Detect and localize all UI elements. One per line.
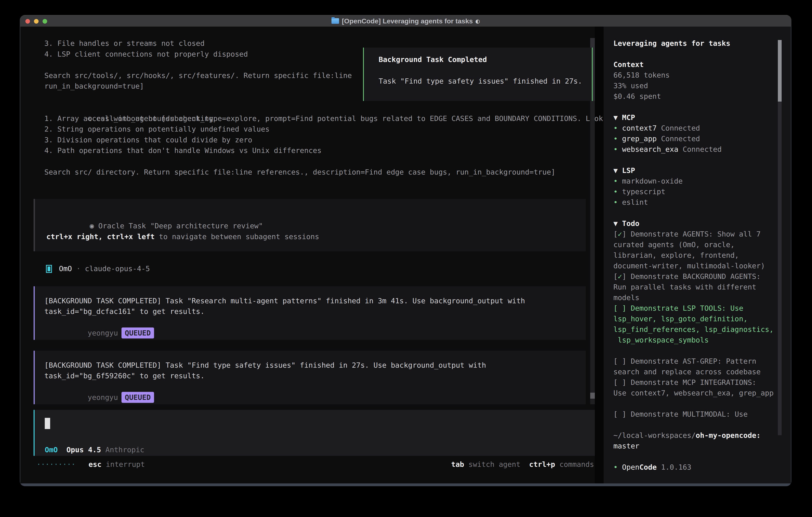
mcp-heading: ▼ MCP xyxy=(613,112,775,123)
zoom-button[interactable] xyxy=(42,19,47,24)
todo-line: [ ] Demonstrate MULTIMODAL: Use xyxy=(613,409,775,419)
task-message-line: task_id="bg_dcfac161" to get results. xyxy=(45,306,205,317)
window-edge xyxy=(791,27,791,483)
subagent-nav-hint: ctrl+x right, ctrl+x left to navigate be… xyxy=(46,231,319,242)
mcp-section: ▼ MCP • context7 Connected• grep_app Con… xyxy=(613,112,775,155)
todo-line: librarian, explore, frontend, xyxy=(613,250,775,261)
todo-line: document-writer, multimodal-looker) xyxy=(613,261,775,271)
target-icon: ◉ xyxy=(90,222,94,230)
scrollback-block: 3. File handles or streams not closed4. … xyxy=(45,38,352,91)
tool-call-line: 2. String operations on potentially unde… xyxy=(45,124,620,135)
task-message-line: [BACKGROUND TASK COMPLETED] Task "Find t… xyxy=(45,360,486,371)
session-sidebar: Leveraging agents for tasks Context 66,5… xyxy=(604,27,791,483)
background-task-message: [BACKGROUND TASK COMPLETED] Task "Find t… xyxy=(34,351,586,404)
context-section: Context 66,518 tokens33% used$0.46 spent xyxy=(613,59,775,102)
prompt-input[interactable]: OmO Opus 4.5 Anthropic xyxy=(34,410,595,456)
context-stat: $0.46 spent xyxy=(613,91,775,102)
scrollback-line: run_in_background=true] xyxy=(45,81,352,91)
mcp-item: • grep_app Connected xyxy=(613,133,775,144)
task-message-line: task_id="bg_6f59260c" to get results. xyxy=(45,371,205,381)
context-stat: 66,518 tokens xyxy=(613,70,775,80)
version-line: • OpenCode 1.0.163 xyxy=(613,462,775,472)
main-scrollbar-thumb[interactable] xyxy=(590,393,595,399)
oracle-task-label: Oracle Task "Deep architecture review" xyxy=(94,222,263,230)
todo-line: search and replace across codebase xyxy=(613,366,775,377)
text-cursor xyxy=(45,418,50,429)
todo-section: ▼ Todo [✓] Demonstrate AGENTS: Show all … xyxy=(613,218,775,419)
git-branch: master xyxy=(613,441,775,451)
scrollback-line: Search src/tools/, src/hooks/, src/featu… xyxy=(45,70,352,81)
todo-line: [✓] Demonstrate BACKGROUND AGENTS: xyxy=(613,271,775,282)
minimize-button[interactable] xyxy=(34,19,38,24)
tool-call-block: ⚙ call_omo_agent [subagent_type=explore,… xyxy=(45,102,620,177)
lsp-section: ▼ LSP • markdown-oxide• typescript• esli… xyxy=(613,165,775,208)
screen: [OpenCode] Leveraging agents for tasks ◐… xyxy=(0,0,812,517)
lsp-heading: ▼ LSP xyxy=(613,165,775,176)
todo-line: lsp_hover, lsp_goto_definition, xyxy=(613,314,775,324)
todo-line: [ ] Demonstrate LSP TOOLS: Use xyxy=(613,303,775,314)
sidebar-scrollbar[interactable] xyxy=(778,40,782,435)
todo-line: [ ] Demonstrate MCP INTEGRATIONS: xyxy=(613,377,775,388)
app-window: [OpenCode] Leveraging agents for tasks ◐… xyxy=(20,15,791,486)
task-user: yeongyu xyxy=(88,393,118,402)
lsp-item: • eslint xyxy=(613,197,775,208)
lsp-item: • typescript xyxy=(613,186,775,197)
oracle-task-box: ◉ Oracle Task "Deep architecture review"… xyxy=(34,199,586,251)
task-user: yeongyu xyxy=(88,329,118,337)
scrollback-line xyxy=(45,59,352,70)
scrollback-line: 3. File handles or streams not closed xyxy=(45,38,352,49)
session-title: Leveraging agents for tasks xyxy=(613,38,775,49)
close-button[interactable] xyxy=(25,19,30,24)
half-circle-icon: ◐ xyxy=(476,17,480,25)
status-badge: QUEUED xyxy=(121,392,154,403)
lsp-item: • markdown-oxide xyxy=(613,176,775,186)
tool-call-line: 3. Division operations that could divide… xyxy=(45,135,620,145)
context-stat: 33% used xyxy=(613,80,775,91)
todo-line: models xyxy=(613,292,775,303)
status-badge: QUEUED xyxy=(121,327,154,339)
todo-line: lsp_workspace_symbols xyxy=(613,335,775,345)
todo-line xyxy=(613,398,775,409)
titlebar: [OpenCode] Leveraging agents for tasks ◐ xyxy=(20,15,791,27)
sidebar-scrollbar-thumb[interactable] xyxy=(778,40,782,102)
mcp-item: • websearch_exa Connected xyxy=(613,144,775,155)
notification-body: Task "Find type safety issues" finished … xyxy=(379,76,582,87)
agent-model-header: OmO · claude-opus-4-5 xyxy=(59,263,150,274)
workspace-section: ~/local-workspaces/oh-my-opencode: maste… xyxy=(613,430,775,451)
terminal-main-pane: 3. File handles or streams not closed4. … xyxy=(20,27,595,483)
tool-call-line: Search src/ directory. Return specific f… xyxy=(45,167,620,178)
todo-line: lsp_find_references, lsp_diagnostics, xyxy=(613,324,775,335)
tool-call-line xyxy=(45,156,620,167)
notification-title: Background Task Completed xyxy=(379,54,487,65)
task-message-line: [BACKGROUND TASK COMPLETED] Task "Resear… xyxy=(45,296,525,306)
context-heading: Context xyxy=(613,59,775,70)
statusbar-right: tab switch agent ctrl+p commands xyxy=(451,459,594,470)
background-task-notification: Background Task Completed Task "Find typ… xyxy=(363,48,592,101)
todo-heading: ▼ Todo xyxy=(613,218,775,229)
statusbar-left: ········· esc interrupt xyxy=(36,459,145,470)
background-task-message: [BACKGROUND TASK COMPLETED] Task "Resear… xyxy=(34,286,586,340)
tool-call-line: 4. Path operations that don't handle Win… xyxy=(45,145,620,156)
mcp-item: • context7 Connected xyxy=(613,123,775,133)
todo-line xyxy=(613,345,775,356)
todo-line: [✓] Demonstrate AGENTS: Show all 7 xyxy=(613,229,775,239)
todo-line: Use context7, websearch_exa, grep_app xyxy=(613,388,775,398)
window-edge xyxy=(20,27,20,483)
scrollback-line: 4. LSP client connections not properly d… xyxy=(45,49,352,60)
todo-line: Run parallel tasks with different xyxy=(613,282,775,292)
window-bottom-edge xyxy=(20,483,791,486)
todo-line: [ ] Demonstrate AST-GREP: Pattern xyxy=(613,356,775,366)
input-model-footer: OmO Opus 4.5 Anthropic xyxy=(45,444,144,455)
traffic-lights xyxy=(25,16,47,27)
window-title-group: [OpenCode] Leveraging agents for tasks ◐ xyxy=(331,17,480,25)
todo-line: curated agents (OmO, oracle, xyxy=(613,239,775,250)
agent-icon xyxy=(46,265,52,273)
window-title: [OpenCode] Leveraging agents for tasks xyxy=(342,17,473,25)
workspace-path: ~/local-workspaces/oh-my-opencode: xyxy=(613,430,775,441)
folder-icon xyxy=(331,18,339,24)
